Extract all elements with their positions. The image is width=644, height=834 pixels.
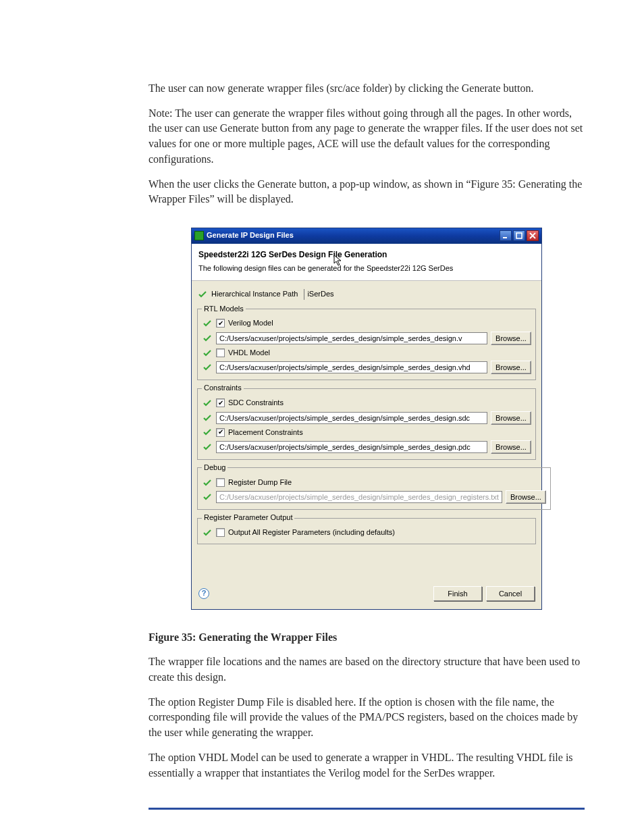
sdc-checkbox[interactable] xyxy=(216,398,225,407)
placement-label: Placement Constraints xyxy=(228,427,303,438)
verilog-path-input[interactable]: C:/Users/acxuser/projects/simple_serdes_… xyxy=(216,332,487,344)
sdc-path-input[interactable]: C:/Users/acxuser/projects/simple_serdes_… xyxy=(216,412,487,424)
checkmark-icon xyxy=(202,363,213,372)
checkmark-icon xyxy=(202,319,213,328)
browse-button[interactable]: Browse... xyxy=(491,440,531,454)
checkmark-icon xyxy=(202,492,213,502)
checkmark-icon xyxy=(202,442,213,452)
hpath-value[interactable]: iSerDes xyxy=(304,289,336,300)
vhdl-checkbox[interactable] xyxy=(216,348,225,357)
body-paragraph: The wrapper file locations and the names… xyxy=(149,654,585,685)
body-paragraph: The option Register Dump File is disable… xyxy=(149,695,585,741)
placement-path-input[interactable]: C:/Users/acxuser/projects/simple_serdes_… xyxy=(216,441,487,453)
body-paragraph: Note: The user can generate the wrapper … xyxy=(149,106,585,167)
placement-checkbox[interactable] xyxy=(216,428,225,437)
debug-group: Debug Register Dump File C:/Users/acxuse… xyxy=(197,463,551,510)
window-title: Generate IP Design Files xyxy=(207,230,498,241)
figure-caption: Figure 35: Generating the Wrapper Files xyxy=(149,630,585,646)
dialog-heading: Speedster22i 12G SerDes Design File Gene… xyxy=(198,249,535,261)
dialog-window: Generate IP Design Files Speedster22i 12… xyxy=(191,228,542,610)
vhdl-label: VHDL Model xyxy=(228,348,270,359)
maximize-button[interactable] xyxy=(513,230,525,241)
svg-rect-0 xyxy=(503,237,507,238)
footer-rule xyxy=(149,808,585,810)
checkmark-icon xyxy=(202,398,213,408)
output-all-checkbox[interactable] xyxy=(216,528,225,537)
verilog-checkbox[interactable] xyxy=(216,319,225,328)
checkmark-icon xyxy=(202,427,213,437)
app-icon xyxy=(194,231,204,240)
hierarchical-path-row: Hierarchical Instance Path iSerDes xyxy=(197,288,536,301)
checkmark-icon xyxy=(202,528,213,538)
minimize-button[interactable] xyxy=(500,230,512,241)
figure: Generate IP Design Files Speedster22i 12… xyxy=(149,228,585,610)
browse-button[interactable]: Browse... xyxy=(491,361,531,374)
hpath-label: Hierarchical Instance Path xyxy=(211,289,298,300)
rtl-legend: RTL Models xyxy=(202,304,246,315)
vhdl-path-input[interactable]: C:/Users/acxuser/projects/simple_serdes_… xyxy=(216,361,487,373)
sdc-label: SDC Constraints xyxy=(228,398,284,409)
output-all-label: Output All Register Parameters (includin… xyxy=(228,527,395,538)
titlebar[interactable]: Generate IP Design Files xyxy=(192,228,541,244)
dump-checkbox[interactable] xyxy=(216,478,225,487)
debug-legend: Debug xyxy=(202,463,227,473)
dump-label: Register Dump File xyxy=(228,477,292,488)
dialog-subheading: The following design files can be genera… xyxy=(198,263,535,273)
help-icon[interactable]: ? xyxy=(198,588,209,599)
svg-rect-1 xyxy=(516,233,522,238)
register-output-legend: Register Parameter Output xyxy=(202,513,294,523)
constraints-group: Constraints SDC Constraints C:/Users/acx… xyxy=(197,383,536,460)
finish-button[interactable]: Finish xyxy=(433,586,482,601)
constraints-legend: Constraints xyxy=(202,383,244,394)
browse-button[interactable]: Browse... xyxy=(506,490,546,504)
body-paragraph: The option VHDL Model can be used to gen… xyxy=(149,750,585,781)
body-paragraph: The user can now generate wrapper files … xyxy=(149,81,585,97)
checkmark-icon xyxy=(197,290,208,299)
body-paragraph: When the user clicks the Generate button… xyxy=(149,177,585,207)
dialog-header: Speedster22i 12G SerDes Design File Gene… xyxy=(192,244,541,281)
checkmark-icon xyxy=(202,413,213,423)
rtl-models-group: RTL Models Verilog Model C:/Users/acxuse… xyxy=(197,304,536,381)
checkmark-icon xyxy=(202,348,213,358)
checkmark-icon xyxy=(202,478,213,488)
dialog-footer: ? Finish Cancel xyxy=(192,579,541,609)
browse-button[interactable]: Browse... xyxy=(491,332,531,345)
dump-path-input: C:/Users/acxuser/projects/simple_serdes_… xyxy=(216,491,502,503)
register-output-group: Register Parameter Output Output All Reg… xyxy=(197,513,536,544)
checkmark-icon xyxy=(202,334,213,343)
cancel-button[interactable]: Cancel xyxy=(486,586,535,601)
close-button[interactable] xyxy=(527,230,539,241)
verilog-label: Verilog Model xyxy=(228,318,273,329)
browse-button[interactable]: Browse... xyxy=(491,411,531,425)
